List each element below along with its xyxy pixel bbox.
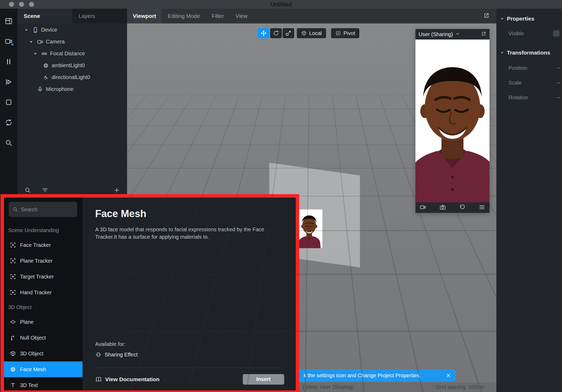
layout-panels-icon[interactable] [5, 17, 13, 25]
chevron-down-icon[interactable] [28, 39, 34, 45]
chevron-down-icon[interactable] [32, 51, 38, 57]
reset-rotate-icon[interactable] [459, 204, 466, 212]
list-item-plane-tracker[interactable]: Plane Tracker [4, 253, 83, 269]
pivot-button[interactable]: Pivot [331, 28, 359, 38]
search-input[interactable] [21, 207, 74, 213]
tree-label: Microphone [46, 86, 74, 92]
rotation-row: Rotation [496, 92, 562, 103]
transformations-section-header[interactable]: Transformations [496, 47, 562, 58]
cube-icon [10, 350, 16, 357]
tab-editing-mode[interactable]: Editing Mode [162, 9, 206, 23]
rotation-field-cut[interactable] [557, 97, 560, 98]
window-zoom-button[interactable] [29, 2, 34, 7]
properties-section-header[interactable]: Properties [496, 13, 562, 24]
object-list: Scene Understanding Face Tracker Plane T… [4, 198, 83, 390]
tree-row-device[interactable]: Device [17, 24, 127, 36]
visible-row: Visible [496, 28, 562, 39]
device-icon [32, 27, 38, 33]
detail-title: Face Mesh [95, 208, 284, 219]
tree-label: Camera [46, 39, 65, 45]
scale-label: Scale [496, 80, 522, 86]
camera-preview-icon[interactable] [5, 37, 13, 45]
view-documentation-link[interactable]: View Documentation [95, 376, 159, 383]
preview-source-label[interactable]: User (Sharing) [419, 31, 453, 37]
tab-filter[interactable]: Filter [206, 9, 230, 23]
tree-row-microphone[interactable]: Microphone [17, 83, 127, 95]
close-icon[interactable] [445, 372, 452, 379]
tree-row-focal-distance[interactable]: Focal Distance [17, 48, 127, 60]
tree-label: directionalLight0 [52, 74, 90, 80]
add-object-button[interactable] [113, 187, 120, 195]
detail-footer: View Documentation Insert [95, 368, 284, 390]
scale-tool-button[interactable] [283, 28, 294, 38]
rotate-tool-button[interactable] [270, 28, 282, 38]
cube-icon [301, 30, 307, 36]
item-label: Null Object [20, 335, 46, 341]
chevron-down-icon[interactable] [455, 31, 460, 38]
list-item-face-tracker[interactable]: Face Tracker [4, 237, 83, 253]
list-item-3d-object[interactable]: 3D Object [4, 346, 83, 361]
list-item-target-tracker[interactable]: Target Tracker [4, 269, 83, 285]
scale-row: Scale [496, 77, 562, 88]
external-link-icon[interactable] [483, 12, 490, 20]
item-label: Hand Tracker [20, 290, 52, 296]
search-icon [12, 207, 18, 212]
tab-viewport[interactable]: Viewport [127, 9, 162, 23]
properties-panel: Properties Visible Transformations Posit… [496, 9, 562, 392]
scale-field-cut[interactable] [557, 82, 560, 83]
capture-photo-icon[interactable] [439, 204, 446, 212]
list-item-null-object[interactable]: Null Object [4, 330, 83, 346]
list-item-face-mesh[interactable]: Face Mesh [4, 361, 83, 377]
visible-checkbox[interactable] [553, 30, 559, 37]
tab-scene[interactable]: Scene [17, 9, 72, 23]
camera-live-dot [11, 43, 14, 46]
item-label: Target Tracker [20, 274, 54, 280]
external-link-icon[interactable] [481, 31, 486, 38]
item-label: Face Mesh [20, 366, 46, 373]
chevron-down-icon[interactable] [500, 51, 504, 55]
view-documentation-label: View Documentation [105, 376, 159, 383]
object-detail-pane: Face Mesh A 3D face model that responds … [83, 198, 296, 390]
scene-panel-tabs: Scene Layers [17, 9, 127, 23]
search-icon[interactable] [5, 139, 13, 147]
move-tool-button[interactable] [258, 28, 269, 38]
list-item-plane[interactable]: Plane [4, 314, 83, 330]
chevron-down-icon[interactable] [500, 17, 504, 21]
position-field-cut[interactable] [557, 68, 560, 68]
preview-play-icon[interactable] [5, 78, 13, 86]
scene-tree: Device Camera Focal Distance ambientLigh… [17, 23, 127, 95]
window-close-button[interactable] [9, 2, 14, 7]
tree-search-icon[interactable] [24, 187, 31, 195]
tab-view[interactable]: View [230, 9, 253, 23]
tree-row-ambient-light[interactable]: ambientLight0 [17, 60, 127, 71]
plane-icon [10, 319, 16, 325]
camera-icon [37, 39, 43, 45]
tree-label: Focal Distance [50, 51, 85, 57]
search-field[interactable] [9, 202, 77, 217]
video-camera-icon[interactable] [420, 204, 426, 212]
pause-icon[interactable] [5, 58, 13, 66]
transform-tool-group [258, 28, 294, 38]
menu-icon[interactable] [479, 204, 485, 212]
directional-light-icon [43, 74, 49, 81]
sync-icon[interactable] [5, 119, 13, 126]
list-item-hand-tracker[interactable]: Hand Tracker [4, 285, 83, 300]
local-space-button[interactable]: Local [297, 28, 326, 38]
window-minimize-button[interactable] [19, 2, 24, 7]
insert-object-modal: Scene Understanding Face Tracker Plane T… [1, 194, 299, 392]
tree-row-directional-light[interactable]: directionalLight0 [17, 71, 127, 83]
text-icon [10, 382, 16, 388]
rotation-label: Rotation [496, 95, 528, 101]
chevron-down-icon[interactable] [23, 27, 30, 33]
pivot-label: Pivot [343, 30, 355, 36]
list-item-3d-text[interactable]: 3D Text [4, 377, 83, 392]
preview-controls [415, 202, 490, 213]
tab-layers[interactable]: Layers [72, 9, 127, 23]
filter-icon[interactable] [42, 187, 49, 195]
insert-button[interactable]: Insert [243, 374, 284, 385]
sharing-effect-icon [95, 351, 101, 358]
tree-row-camera[interactable]: Camera [17, 36, 127, 48]
stop-icon[interactable] [5, 98, 13, 106]
preview-video [415, 40, 490, 202]
microphone-icon [37, 86, 43, 92]
